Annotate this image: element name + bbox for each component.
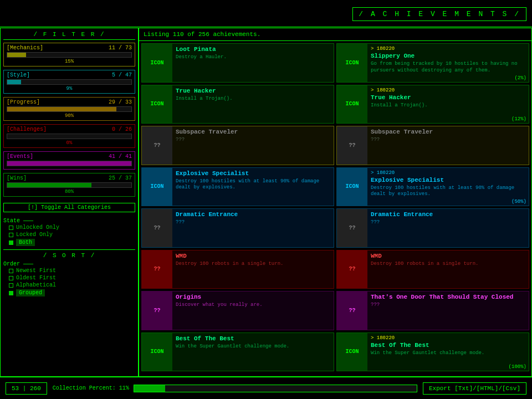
filter-cat-progress[interactable]: [Progress] 29 / 33 90% (3, 97, 135, 121)
state-radio-unlockedonly[interactable]: Unlocked Only (9, 224, 135, 231)
collection-bar (134, 385, 417, 392)
radio-dot (9, 241, 13, 245)
ach-content-9: Dramatic Entrance ??? (172, 209, 334, 247)
score-tag: > 180220 (371, 46, 525, 52)
ach-content-15: Best Of The Best Win the Super Gauntlet … (172, 333, 334, 371)
ach-icon-9: ?? (142, 209, 172, 247)
achievement-item-4[interactable]: ICON > 180220 True Hacker Install a Troj… (336, 85, 529, 124)
ach-desc-4: Install a Trojan(). (371, 103, 525, 109)
cat-bar-bg-challenges (7, 134, 132, 139)
header: / A C H I E V E M E N T S / (0, 0, 532, 28)
collection-label: Collection Percent: 11% (53, 385, 129, 391)
radio-dot (9, 269, 13, 273)
ach-desc-16: Win the Super Gauntlet challenge mode. (371, 350, 525, 357)
ach-desc-8: Destroy 100 hostiles with at least 90% o… (371, 185, 525, 198)
achievement-item-5[interactable]: ?? Subspace Traveler ??? (141, 126, 334, 165)
ach-desc-2: Go from being tracked by 10 hostiles to … (371, 61, 525, 74)
radio-label: Grouped (16, 289, 45, 296)
achievement-item-11[interactable]: ?? WMD Destroy 100 robots in a single tu… (141, 250, 334, 289)
export-button[interactable]: Export [Txt]/[HTML]/[Csv] (423, 382, 526, 395)
cat-count-events: 41 / 41 (109, 154, 132, 160)
order-radio-alphabetical[interactable]: Alphabetical (9, 282, 135, 288)
ach-title-9: Dramatic Entrance (176, 211, 330, 218)
ach-desc-14: ??? (371, 302, 525, 309)
ach-icon-3: ICON (142, 85, 172, 123)
ach-desc-11: Destroy 100 robots in a single turn. (176, 261, 330, 268)
ach-content-13: Origins Discover what you really are. (172, 291, 334, 329)
cat-header-challenges: [Challenges] 0 / 26 (7, 126, 132, 132)
cat-header-mechanics: [Mechanics] 11 / 73 (7, 45, 132, 51)
achievement-item-10[interactable]: ?? Dramatic Entrance ??? (336, 208, 529, 247)
filter-cat-events[interactable]: [Events] 41 / 41 (3, 151, 135, 170)
radio-dot (9, 226, 13, 230)
achievement-item-6[interactable]: ?? Subspace Traveler ??? (336, 126, 529, 165)
achievement-item-14[interactable]: ?? That's One Door That Should Stay Clos… (336, 291, 529, 330)
filter-cat-mechanics[interactable]: [Mechanics] 11 / 73 15% (3, 43, 135, 66)
radio-label: Both (16, 239, 35, 246)
ach-icon-16: ICON (337, 333, 367, 371)
cat-label-mechanics: [Mechanics] (7, 45, 43, 51)
ach-title-7: Explosive Specialist (176, 170, 330, 177)
ach-desc-1: Destroy a Hauler. (176, 54, 330, 61)
achievement-item-16[interactable]: ICON > 180220 Best Of The Best Win the S… (336, 332, 529, 371)
cat-count-challenges: 0 / 26 (112, 126, 132, 132)
ach-desc-10: ??? (371, 219, 525, 226)
state-radio-group: Unlocked Only Locked Only Both (9, 224, 135, 247)
filter-cat-style[interactable]: [Style] 5 / 47 9% (3, 70, 135, 94)
ach-desc-12: Destroy 100 robots in a single turn. (371, 261, 525, 268)
filter-cat-challenges[interactable]: [Challenges] 0 / 26 0% (3, 124, 135, 148)
ach-content-8: > 180220 Explosive Specialist Destroy 10… (367, 168, 529, 206)
cat-pct-progress: 90% (7, 113, 132, 119)
state-section: State ——— Unlocked Only Locked Only Both (3, 218, 135, 247)
listing-header: Listing 110 of 256 achievements. (139, 28, 531, 41)
cat-bar-bg-wins (7, 182, 132, 188)
achievement-item-8[interactable]: ICON > 180220 Explosive Specialist Destr… (336, 167, 529, 207)
progress-badge: (50%) (511, 199, 526, 204)
ach-content-3: True Hacker Install a Trojan(). (172, 85, 334, 123)
filter-title: / F I L T E R / (3, 31, 135, 40)
radio-label: Newest First (16, 268, 56, 274)
cat-bar-bg-mechanics (7, 52, 132, 58)
ach-icon-11: ?? (142, 250, 172, 288)
state-radio-lockedonly[interactable]: Locked Only (9, 232, 135, 238)
ach-icon-13: ?? (142, 291, 172, 329)
filter-cat-wins[interactable]: [Wins] 25 / 37 80% (3, 173, 135, 197)
state-label: State ——— (3, 218, 135, 224)
order-radio-group: Newest First Oldest First Alphabetical G… (9, 267, 135, 297)
ach-content-14: That's One Door That Should Stay Closed … (367, 291, 529, 329)
toggle-all-button[interactable]: [!] Toggle All Categories (3, 203, 135, 212)
ach-icon-7: ICON (142, 168, 172, 206)
ach-icon-8: ICON (337, 168, 367, 206)
progress-badge: (100%) (509, 364, 526, 370)
cat-pct-wins: 80% (7, 189, 132, 195)
cat-bar-bg-style (7, 79, 132, 85)
order-radio-newestfirst[interactable]: Newest First (9, 268, 135, 274)
cat-pct-style: 9% (7, 86, 132, 91)
ach-title-4: True Hacker (371, 94, 525, 101)
score-tag: > 180220 (371, 335, 525, 341)
achievement-item-9[interactable]: ?? Dramatic Entrance ??? (141, 208, 334, 247)
radio-label: Oldest First (16, 275, 56, 281)
achievement-item-1[interactable]: ICON Loot Pinata Destroy a Hauler. (141, 43, 334, 83)
ach-content-7: Explosive Specialist Destroy 100 hostile… (172, 168, 334, 206)
cat-pct-mechanics: 15% (7, 59, 132, 64)
ach-icon-15: ICON (142, 333, 172, 371)
achievement-item-3[interactable]: ICON True Hacker Install a Trojan(). (141, 85, 334, 124)
achievement-item-15[interactable]: ICON Best Of The Best Win the Super Gaun… (141, 332, 334, 371)
ach-content-10: Dramatic Entrance ??? (367, 209, 529, 247)
cat-label-wins: [Wins] (7, 175, 27, 181)
order-radio-oldestfirst[interactable]: Oldest First (9, 275, 135, 281)
cat-bar-fill-mechanics (7, 53, 26, 57)
state-radio-both[interactable]: Both (9, 239, 135, 246)
order-radio-grouped[interactable]: Grouped (9, 289, 135, 296)
achievement-item-7[interactable]: ICON Explosive Specialist Destroy 100 ho… (141, 167, 334, 207)
ach-icon-14: ?? (337, 291, 367, 329)
achievement-item-12[interactable]: ?? WMD Destroy 100 robots in a single tu… (336, 250, 529, 289)
achievement-item-2[interactable]: ICON > 180220 Slippery One Go from being… (336, 43, 529, 83)
ach-desc-3: Install a Trojan(). (176, 96, 330, 103)
cat-count-progress: 29 / 33 (109, 99, 132, 105)
cat-count-mechanics: 11 / 73 (109, 45, 132, 51)
ach-title-15: Best Of The Best (176, 335, 330, 342)
achievement-item-13[interactable]: ?? Origins Discover what you really are. (141, 291, 334, 330)
ach-desc-15: Win the Super Gauntlet challenge mode. (176, 344, 330, 350)
